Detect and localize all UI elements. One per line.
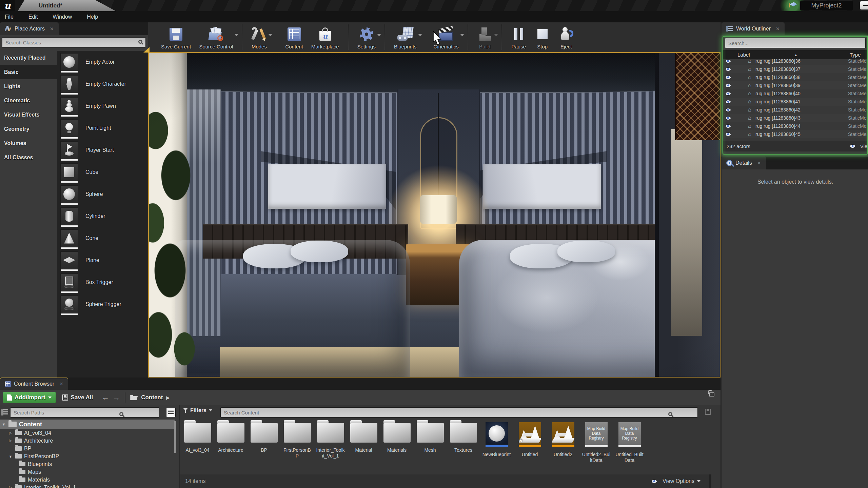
build-button[interactable]: Build <box>473 22 497 52</box>
stop-button[interactable]: Stop <box>531 22 554 52</box>
asset-folder[interactable]: BP <box>250 420 278 471</box>
outliner-row[interactable]: ⌂ rug rug [11283860]40StaticMesh <box>723 89 868 98</box>
place-item-sphere[interactable]: Sphere <box>57 183 148 205</box>
asset-folder[interactable]: Material <box>349 420 378 471</box>
tree-item[interactable]: BP <box>0 445 175 452</box>
tree-collapsed-icon[interactable]: ▷ <box>8 485 13 488</box>
chevron-down-icon[interactable] <box>268 34 272 36</box>
tab-content-browser[interactable]: Content Browser ✕ <box>0 378 68 390</box>
visibility-eye-icon[interactable] <box>725 67 731 71</box>
place-item-empty-actor[interactable]: Empty Actor <box>57 51 148 73</box>
tree-collapsed-icon[interactable]: ▷ <box>8 431 13 435</box>
asset-folder[interactable]: Materials <box>382 420 411 471</box>
place-item-point-light[interactable]: Point Light <box>57 117 148 139</box>
marketplace-button[interactable]: u Marketplace <box>307 22 343 52</box>
outliner-row[interactable]: ⌂ rug rug [11283860]38StaticMesh <box>723 73 868 81</box>
pause-button[interactable]: Pause <box>507 22 531 52</box>
category-visual-effects[interactable]: Visual Effects <box>0 108 57 122</box>
chevron-down-icon[interactable] <box>418 34 422 36</box>
tree-item[interactable]: Materials <box>0 476 175 484</box>
place-item-empty-character[interactable]: Empty Character <box>57 73 148 95</box>
forward-button[interactable]: → <box>113 393 120 402</box>
search-classes-input[interactable] <box>2 37 146 47</box>
outliner-row[interactable]: ⌂ rug rug [11283860]45StaticMesh <box>723 130 868 138</box>
tab-details[interactable]: i Details ✕ <box>722 157 766 169</box>
tree-collapsed-icon[interactable]: ▷ <box>8 439 13 443</box>
menu-window[interactable]: Window <box>53 14 72 20</box>
place-item-cube[interactable]: Cube <box>57 161 148 183</box>
place-item-plane[interactable]: Plane <box>57 249 148 271</box>
visibility-eye-icon[interactable] <box>725 84 731 87</box>
outliner-row[interactable]: ⌂ rug rug [11283860]37StaticMesh <box>723 65 868 73</box>
search-content-input[interactable] <box>220 407 698 418</box>
close-icon[interactable]: ✕ <box>757 160 761 166</box>
asset-folder[interactable]: Mesh <box>416 420 445 471</box>
close-icon[interactable]: ✕ <box>59 381 63 387</box>
place-item-sphere-trigger[interactable]: Sphere Trigger <box>57 293 148 315</box>
sources-view-button[interactable] <box>166 408 176 417</box>
chevron-down-icon[interactable] <box>377 34 381 36</box>
visibility-eye-icon[interactable] <box>725 116 731 120</box>
tree-item[interactable]: Blueprints <box>0 460 175 468</box>
outliner-row[interactable]: ⌂ rug rug [11283860]36StaticMesh <box>723 59 868 65</box>
menu-edit[interactable]: Edit <box>28 14 38 20</box>
asset-level[interactable]: * Untitled <box>515 420 544 471</box>
menu-file[interactable]: File <box>5 14 14 20</box>
column-label[interactable]: Label <box>737 52 750 58</box>
asset-folder[interactable]: FirstPersonBP <box>283 420 312 471</box>
visibility-eye-icon[interactable] <box>725 108 731 112</box>
view-options-button[interactable]: View Options <box>649 478 701 484</box>
modes-button[interactable]: Modes <box>247 22 271 52</box>
outliner-row[interactable]: ⌂ rug rug [11283860]43StaticMesh <box>723 114 868 122</box>
asset-blueprint[interactable]: NewBlueprint <box>482 420 511 471</box>
place-item-player-start[interactable]: Player Start <box>57 139 148 161</box>
level-viewport[interactable] <box>148 52 721 378</box>
place-item-cone[interactable]: Cone <box>57 227 148 249</box>
outliner-row[interactable]: ⌂ rug rug [11283860]41StaticMesh <box>723 98 868 106</box>
outliner-row[interactable]: ⌂ rug rug [11283860]44StaticMesh <box>723 122 868 130</box>
visibility-eye-icon[interactable] <box>725 100 731 104</box>
close-icon[interactable]: ✕ <box>776 26 780 32</box>
outliner-row[interactable]: ⌂ rug rug [11283860]42StaticMesh <box>723 106 868 114</box>
tree-item[interactable]: ▼ FirstPersonBP <box>0 452 175 460</box>
asset-folder[interactable]: Textures <box>449 420 478 471</box>
category-lights[interactable]: Lights <box>0 79 57 94</box>
asset-build-data[interactable]: Map Build Data Registry Untitled2_BuiltD… <box>582 420 611 471</box>
asset-folder[interactable]: AI_vol3_04 <box>183 420 212 471</box>
blueprints-button[interactable]: Blueprints <box>390 22 421 52</box>
settings-button[interactable]: Settings <box>353 22 380 52</box>
save-all-button[interactable]: Save All <box>62 394 93 401</box>
tree-item[interactable]: Maps <box>0 468 175 476</box>
tree-item[interactable]: ▷ Architecture <box>0 437 175 445</box>
tutorials-icon[interactable] <box>789 2 798 7</box>
category-volumes[interactable]: Volumes <box>0 136 57 150</box>
column-type[interactable]: Type <box>850 52 861 58</box>
tree-item[interactable]: ▷ Interior_Toolkit_Vol_1 <box>0 484 175 488</box>
menu-help[interactable]: Help <box>87 14 98 20</box>
category-basic[interactable]: Basic <box>0 65 57 79</box>
back-button[interactable]: ← <box>102 393 109 402</box>
visibility-eye-icon[interactable] <box>725 124 731 128</box>
tree-item[interactable]: ▷ AI_vol3_04 <box>0 429 175 437</box>
chevron-down-icon[interactable] <box>234 34 238 36</box>
tree-expanded-icon[interactable]: ▼ <box>8 454 13 459</box>
source-control-button[interactable]: Source Control <box>195 22 237 52</box>
minimize-button[interactable]: — <box>860 1 868 9</box>
category-recently-placed[interactable]: Recently Placed <box>0 51 57 65</box>
category-all-classes[interactable]: All Classes <box>0 150 57 165</box>
outliner-view-options[interactable]: View <box>848 143 868 149</box>
visibility-eye-icon[interactable] <box>725 92 731 96</box>
save-current-button[interactable]: Save Current <box>157 22 195 52</box>
eject-button[interactable]: Eject <box>554 22 578 52</box>
tree-scrollbar[interactable] <box>174 421 176 453</box>
place-item-box-trigger[interactable]: Box Trigger <box>57 271 148 293</box>
chevron-down-icon[interactable] <box>460 34 464 36</box>
tab-place-actors[interactable]: Place Actors ✕ <box>0 22 59 35</box>
place-item-empty-pawn[interactable]: Empty Pawn <box>57 95 148 117</box>
asset-folder[interactable]: Architecture <box>216 420 245 471</box>
tree-expanded-icon[interactable]: ▼ <box>1 422 6 426</box>
sort-asc-icon[interactable]: ▲ <box>794 53 798 57</box>
lock-icon[interactable] <box>709 392 714 396</box>
visibility-eye-icon[interactable] <box>725 59 731 63</box>
visibility-eye-icon[interactable] <box>725 76 731 79</box>
